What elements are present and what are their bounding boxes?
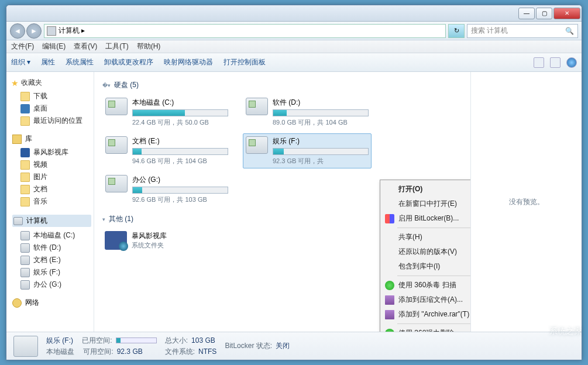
sidebar-item-drive-g[interactable]: 办公 (G:): [9, 278, 91, 291]
context-menu-item[interactable]: 打开(O): [382, 182, 470, 197]
context-menu-item[interactable]: 添加到 "Archive.rar"(T): [382, 307, 470, 322]
address-bar[interactable]: 计算机 ▸: [44, 24, 446, 38]
help-button[interactable]: [566, 57, 577, 68]
drive-usage-bar: [273, 148, 369, 155]
drive-item[interactable]: 软件 (D:) 89.0 GB 可用，共 104 GB: [243, 95, 372, 130]
drive-item[interactable]: 娱乐 (F:) 92.3 GB 可用，共: [243, 133, 372, 168]
drive-usage-bar: [273, 109, 369, 116]
drive-icon: [246, 98, 268, 115]
toolbar-uninstall[interactable]: 卸载或更改程序: [104, 57, 153, 67]
menubar: 文件(F) 编辑(E) 查看(V) 工具(T) 帮助(H): [6, 40, 582, 53]
context-menu-label: 使用 360强力删除: [398, 328, 454, 332]
system-folder-icon: [105, 231, 127, 250]
watermark: 系统之家: [549, 326, 582, 337]
context-menu-label: 打开(O): [398, 184, 422, 194]
toolbar-organize[interactable]: 组织 ▾: [11, 57, 30, 67]
menu-tools[interactable]: 工具(T): [105, 42, 128, 51]
drive-usage-bar: [132, 187, 228, 194]
menu-view[interactable]: 查看(V): [74, 42, 97, 51]
preview-text: 没有预览。: [509, 197, 544, 207]
drive-icon: [20, 231, 30, 240]
context-menu-item[interactable]: 包含到库中(I)▶: [382, 259, 470, 274]
toolbar-control-panel[interactable]: 打开控制面板: [223, 57, 266, 67]
context-menu-item[interactable]: 还原以前的版本(V): [382, 245, 470, 259]
sidebar-item-baofeng[interactable]: 暴风影视库: [9, 146, 91, 159]
sidebar-item-drive-f[interactable]: 娱乐 (F:): [9, 266, 91, 278]
status-free-value: 92.3 GB: [117, 347, 143, 356]
drive-name: 文档 (E:): [132, 136, 228, 146]
drive-icon: [20, 243, 30, 253]
context-menu-item[interactable]: 使用 360强力删除: [382, 326, 470, 332]
drive-freetext: 89.0 GB 可用，共 104 GB: [273, 118, 369, 127]
desktop-icon: [20, 104, 30, 113]
breadcrumb[interactable]: 计算机 ▸: [59, 26, 85, 36]
sidebar-item-drive-d[interactable]: 软件 (D:): [9, 242, 91, 254]
menu-help[interactable]: 帮助(H): [137, 42, 161, 51]
sidebar-item-drive-e[interactable]: 文档 (E:): [9, 254, 91, 266]
sidebar-item-videos[interactable]: 视频: [9, 159, 91, 171]
status-type: 本地磁盘: [46, 347, 74, 357]
status-bitlocker-value: 关闭: [276, 341, 290, 351]
context-menu-label: 添加到压缩文件(A)...: [398, 295, 463, 305]
drive-name: 软件 (D:): [273, 98, 369, 108]
status-bitlocker-label: BitLocker 状态:: [225, 341, 272, 351]
context-menu-label: 包含到库中(I): [398, 261, 440, 271]
context-menu-label: 还原以前的版本(V): [398, 247, 457, 257]
video-lib-icon: [20, 148, 30, 157]
drive-icon: [20, 256, 30, 265]
folder-icon: [20, 92, 30, 101]
context-menu-item[interactable]: 添加到压缩文件(A)...: [382, 292, 470, 307]
g360-icon: [385, 329, 394, 332]
close-icon: ✕: [565, 10, 569, 16]
main-panel: �▾硬盘 (5) 本地磁盘 (C:) 22.4 GB 可用，共 50.0 GB …: [94, 72, 470, 332]
search-input[interactable]: 搜索 计算机 🔍: [467, 24, 578, 38]
status-total-value: 103 GB: [191, 336, 215, 345]
status-used-label: 已用空间:: [82, 336, 112, 346]
drive-item[interactable]: 本地磁盘 (C:) 22.4 GB 可用，共 50.0 GB: [102, 95, 231, 130]
drive-item[interactable]: 办公 (G:) 92.6 GB 可用，共 103 GB: [102, 172, 231, 207]
preview-pane-button[interactable]: [550, 57, 561, 68]
refresh-button[interactable]: ↻: [448, 24, 465, 38]
g360-icon: [385, 281, 394, 290]
back-button[interactable]: ◄: [10, 23, 25, 39]
sidebar-libraries[interactable]: 库: [12, 134, 91, 144]
sidebar-item-pictures[interactable]: 图片: [9, 171, 91, 183]
other-sub: 系统文件夹: [132, 241, 167, 250]
drive-icon: [105, 175, 128, 192]
rar-icon: [385, 310, 394, 319]
view-options-button[interactable]: [534, 57, 544, 68]
sidebar-item-documents[interactable]: 文档: [9, 183, 91, 195]
close-button[interactable]: ✕: [553, 8, 580, 19]
sidebar-item-desktop[interactable]: 桌面: [9, 102, 91, 115]
sidebar-item-downloads[interactable]: 下载: [9, 90, 91, 102]
toolbar-properties[interactable]: 属性: [41, 57, 55, 67]
drive-icon: [105, 136, 128, 154]
forward-button[interactable]: ►: [26, 23, 42, 39]
section-drives[interactable]: �▾硬盘 (5): [102, 80, 462, 90]
context-menu-item[interactable]: 使用 360杀毒 扫描: [382, 278, 470, 292]
drive-freetext: 92.3 GB 可用，共: [273, 157, 369, 166]
context-menu-label: 添加到 "Archive.rar"(T): [398, 309, 469, 319]
sidebar-computer[interactable]: 计算机: [12, 215, 91, 227]
drive-name: 娱乐 (F:): [273, 136, 369, 146]
context-menu-item[interactable]: 启用 BitLocker(B)...: [382, 211, 470, 226]
folder-icon: [20, 197, 30, 206]
sidebar-item-music[interactable]: 音乐: [9, 195, 91, 208]
context-menu-item[interactable]: 在新窗口中打开(E): [382, 197, 470, 211]
drive-item[interactable]: 文档 (E:) 94.6 GB 可用，共 104 GB: [102, 133, 231, 168]
toolbar: 组织 ▾ 属性 系统属性 卸载或更改程序 映射网络驱动器 打开控制面板: [6, 53, 582, 72]
rar-icon: [385, 295, 394, 305]
menu-edit[interactable]: 编辑(E): [42, 42, 66, 51]
toolbar-map-drive[interactable]: 映射网络驱动器: [164, 57, 213, 67]
minimize-button[interactable]: —: [518, 8, 535, 19]
toolbar-system-properties[interactable]: 系统属性: [66, 57, 94, 67]
menu-file[interactable]: 文件(F): [11, 42, 34, 51]
maximize-button[interactable]: ▢: [536, 8, 552, 19]
computer-icon: [47, 26, 56, 36]
sidebar-item-drive-c[interactable]: 本地磁盘 (C:): [9, 229, 91, 242]
sidebar-item-recent[interactable]: 最近访问的位置: [9, 115, 91, 127]
sidebar-favorites[interactable]: ★收藏夹: [11, 78, 91, 88]
sidebar-network[interactable]: 网络: [12, 298, 91, 308]
context-menu-item[interactable]: 共享(H)▶: [382, 230, 470, 245]
folder-icon: [20, 173, 30, 182]
